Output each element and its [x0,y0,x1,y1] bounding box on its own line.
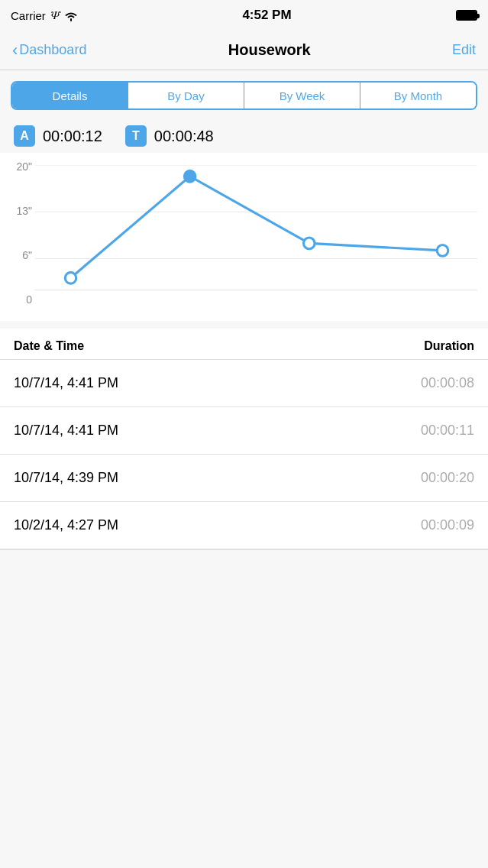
y-axis: 0 6" 13" 20" [3,160,32,306]
segmented-control: Details By Day By Week By Month [11,81,477,110]
row-duration-4: 00:00:09 [421,517,474,533]
svg-point-5 [184,170,195,182]
battery-fill [457,11,476,19]
status-time: 4:52 PM [242,8,291,23]
table-row[interactable]: 10/7/14, 4:41 PM 00:00:11 [0,407,488,455]
status-right [456,10,477,21]
row-date-3: 10/7/14, 4:39 PM [14,470,118,486]
table-header: Date & Time Duration [0,329,488,360]
table-header-date: Date & Time [14,339,84,353]
nav-bar: ‹ Dashboard Housework Edit [0,31,488,70]
back-button[interactable]: ‹ Dashboard [12,40,86,60]
row-duration-2: 00:00:11 [421,423,474,439]
svg-point-6 [304,238,315,249]
tab-by-week[interactable]: By Week [244,83,360,108]
stat-badge-a: A [14,125,35,147]
table-row[interactable]: 10/7/14, 4:39 PM 00:00:20 [0,455,488,502]
status-bar: Carrier 𝛹 4:52 PM [0,0,488,31]
page-title: Housework [228,41,311,59]
carrier-label: Carrier 𝛹 [11,8,78,22]
wifi-icon: 𝛹 [50,8,78,22]
row-date-1: 10/7/14, 4:41 PM [14,375,118,391]
table-row[interactable]: 10/7/14, 4:41 PM 00:00:08 [0,360,488,407]
stat-value-t: 00:00:48 [154,128,214,145]
stat-value-a: 00:00:12 [43,128,102,145]
row-duration-3: 00:00:20 [421,470,474,486]
table-header-duration: Duration [424,339,474,353]
tab-details[interactable]: Details [12,83,128,108]
back-chevron-icon: ‹ [12,40,18,60]
stat-average: A 00:00:12 [14,125,102,147]
row-date-4: 10/2/14, 4:27 PM [14,517,118,533]
y-label-1: 6" [3,249,32,261]
y-label-2: 13" [3,205,32,217]
svg-point-7 [437,245,448,257]
back-label: Dashboard [19,42,86,58]
chart-area: 0 6" 13" 20" [0,153,488,321]
edit-button[interactable]: Edit [452,42,476,58]
battery-icon [456,10,477,21]
stat-total: T 00:00:48 [125,125,214,147]
y-label-3: 20" [3,160,32,173]
stat-badge-t: T [125,125,147,147]
row-date-2: 10/7/14, 4:41 PM [14,423,118,439]
tab-by-day[interactable]: By Day [128,83,244,108]
stats-row: A 00:00:12 T 00:00:48 [0,118,488,153]
y-label-0: 0 [3,293,32,306]
table-row[interactable]: 10/2/14, 4:27 PM 00:00:09 [0,502,488,549]
carrier-text: Carrier [11,9,46,22]
bottom-separator [0,549,488,550]
svg-point-4 [65,272,76,283]
chart-svg [35,165,477,310]
row-duration-1: 00:00:08 [421,375,474,391]
tab-by-month[interactable]: By Month [360,83,476,108]
table-section: Date & Time Duration 10/7/14, 4:41 PM 00… [0,329,488,549]
